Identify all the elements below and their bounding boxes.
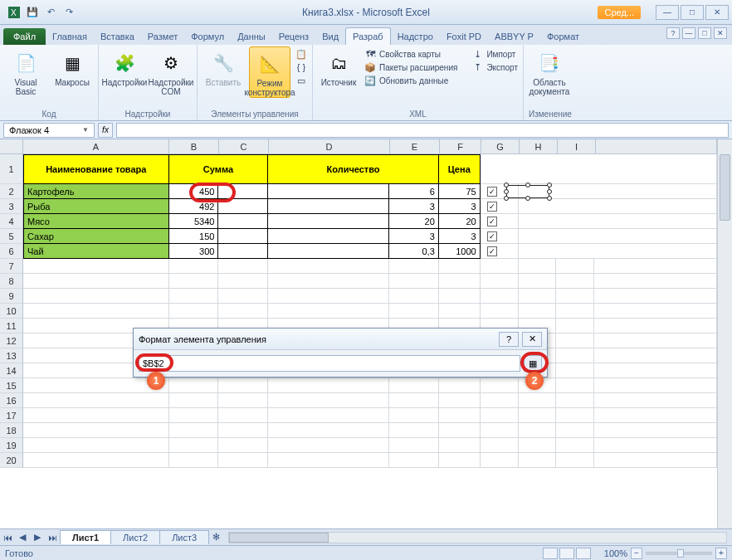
chevron-down-icon[interactable]: ▼ <box>82 126 89 134</box>
zoom-slider[interactable] <box>646 552 712 555</box>
cell-d-0[interactable] <box>268 184 389 199</box>
col-header-B[interactable]: B <box>169 139 219 154</box>
tab-review[interactable]: Реценз <box>272 28 315 45</box>
header-sum[interactable]: Сумма <box>169 154 269 184</box>
zoom-in-button[interactable]: + <box>715 548 727 559</box>
map-props-button[interactable]: 🗺Свойства карты <box>364 48 457 60</box>
com-addins-button[interactable]: ⚙ Надстройки COM <box>150 46 192 96</box>
tab-abbyy[interactable]: ABBYY P <box>488 28 540 45</box>
row-header-10[interactable]: 10 <box>0 304 23 319</box>
tab-nav-prev[interactable]: ◀ <box>15 531 30 544</box>
doc-restore-icon[interactable]: □ <box>698 27 711 39</box>
select-all-corner[interactable] <box>0 139 23 154</box>
doc-minimize-icon[interactable]: — <box>682 27 695 39</box>
header-price[interactable]: Цена <box>439 154 481 184</box>
view-normal[interactable] <box>543 548 558 559</box>
row-header-16[interactable]: 16 <box>0 393 23 408</box>
tab-developer[interactable]: Разраб <box>345 27 391 45</box>
header-name[interactable]: Наименование товара <box>23 154 169 184</box>
close-button[interactable]: ✕ <box>705 5 729 20</box>
cell-name-2[interactable]: Мясо <box>23 214 169 229</box>
macros-button[interactable]: ▦ Макросы <box>51 46 93 87</box>
row-header-18[interactable]: 18 <box>0 423 23 438</box>
cell-name-0[interactable]: Картофель <box>23 184 169 199</box>
row-header-9[interactable]: 9 <box>0 289 23 304</box>
ribbon-help-icon[interactable]: ? <box>666 27 680 39</box>
row-header-2[interactable]: 2 <box>0 184 23 199</box>
cell-price-3[interactable]: 3 <box>439 229 481 244</box>
xml-source-button[interactable]: 🗂 Источник <box>318 46 359 87</box>
view-code-button[interactable]: { } <box>295 61 307 73</box>
tab-nav-first[interactable]: ⏮ <box>0 531 15 544</box>
doc-panel-button[interactable]: 📑 Область документа <box>529 46 570 96</box>
visual-basic-button[interactable]: 📄 Visual Basic <box>5 46 46 96</box>
sheet-tab-2[interactable]: Лист2 <box>110 530 160 544</box>
col-header-A[interactable]: A <box>23 139 169 154</box>
zoom-knob[interactable] <box>677 549 684 558</box>
cell-qty-3[interactable]: 3 <box>389 229 439 244</box>
col-header-D[interactable]: D <box>269 139 390 154</box>
row-header-20[interactable]: 20 <box>0 453 23 468</box>
dialog-close-button[interactable]: ✕ <box>522 332 542 347</box>
row-header-17[interactable]: 17 <box>0 408 23 423</box>
checkbox-4[interactable]: ✓ <box>487 246 497 256</box>
cell-chk-4[interactable]: ✓ <box>481 244 519 259</box>
maximize-button[interactable]: □ <box>681 5 704 20</box>
sheet-tab-1[interactable]: Лист1 <box>60 530 111 544</box>
tab-layout[interactable]: Размет <box>141 28 184 45</box>
tab-addins[interactable]: Надстро <box>391 28 440 45</box>
view-break[interactable] <box>576 548 591 559</box>
tab-nav-last[interactable]: ⏭ <box>45 531 60 544</box>
cell-link-input[interactable] <box>139 355 520 372</box>
cell-price-4[interactable]: 1000 <box>439 244 481 259</box>
cell-d-4[interactable] <box>268 244 389 259</box>
properties-button[interactable]: 📋 <box>295 48 307 60</box>
col-header-F[interactable]: F <box>440 139 481 154</box>
row-header-1[interactable]: 1 <box>0 154 23 184</box>
row-header-4[interactable]: 4 <box>0 214 23 229</box>
tab-formulas[interactable]: Формул <box>184 28 231 45</box>
export-button[interactable]: ⤒Экспорт <box>471 61 518 73</box>
cell-d-1[interactable] <box>268 199 389 214</box>
cell-price-0[interactable]: 75 <box>439 184 481 199</box>
file-tab[interactable]: Файл <box>3 28 46 45</box>
col-header-H[interactable]: H <box>520 139 558 154</box>
tab-insert[interactable]: Вставка <box>94 28 141 45</box>
doc-close-icon[interactable]: ✕ <box>714 27 727 39</box>
run-dialog-button[interactable]: ▭ <box>295 75 307 86</box>
row-header-14[interactable]: 14 <box>0 363 23 378</box>
tab-nav-next[interactable]: ▶ <box>30 531 45 544</box>
cell-price-2[interactable]: 20 <box>439 214 481 229</box>
checkbox-2[interactable]: ✓ <box>487 217 497 226</box>
row-header-19[interactable]: 19 <box>0 438 23 453</box>
redo-icon[interactable]: ↷ <box>61 5 76 20</box>
cell-name-1[interactable]: Рыба <box>23 199 169 214</box>
vertical-scrollbar[interactable] <box>717 139 732 528</box>
cell-sum-2[interactable]: 5340 <box>169 214 219 229</box>
refresh-data-button[interactable]: 🔄Обновить данные <box>364 75 457 86</box>
tab-home[interactable]: Главная <box>46 28 94 45</box>
name-box[interactable]: Флажок 4 ▼ <box>3 123 95 138</box>
cell-qty-4[interactable]: 0,3 <box>389 244 439 259</box>
save-icon[interactable]: 💾 <box>25 5 40 20</box>
cell-chk-1[interactable]: ✓ <box>481 199 519 214</box>
tab-format[interactable]: Формат <box>540 28 586 45</box>
cell-qty-2[interactable]: 20 <box>389 214 439 229</box>
addins-button[interactable]: 🧩 Надстройки <box>104 46 145 87</box>
cell-c-4[interactable] <box>218 244 268 259</box>
row-header-12[interactable]: 12 <box>0 334 23 348</box>
cell-sum-4[interactable]: 300 <box>169 244 219 259</box>
row-header-5[interactable]: 5 <box>0 229 23 244</box>
header-qty[interactable]: Количество <box>268 154 439 184</box>
dialog-help-button[interactable]: ? <box>499 332 519 347</box>
cell-name-4[interactable]: Чай <box>23 244 169 259</box>
cell-qty-0[interactable]: 6 <box>389 184 439 199</box>
cell-c-2[interactable] <box>218 214 268 229</box>
row-header-3[interactable]: 3 <box>0 199 23 214</box>
scroll-thumb[interactable] <box>720 154 730 221</box>
new-sheet-button[interactable]: ✻ <box>208 531 223 544</box>
dialog-titlebar[interactable]: Формат элемента управления ? ✕ <box>134 329 547 350</box>
cell-price-1[interactable]: 3 <box>439 199 481 214</box>
row-header-11[interactable]: 11 <box>0 319 23 334</box>
insert-control-button[interactable]: 🔧 Вставить <box>203 46 244 87</box>
